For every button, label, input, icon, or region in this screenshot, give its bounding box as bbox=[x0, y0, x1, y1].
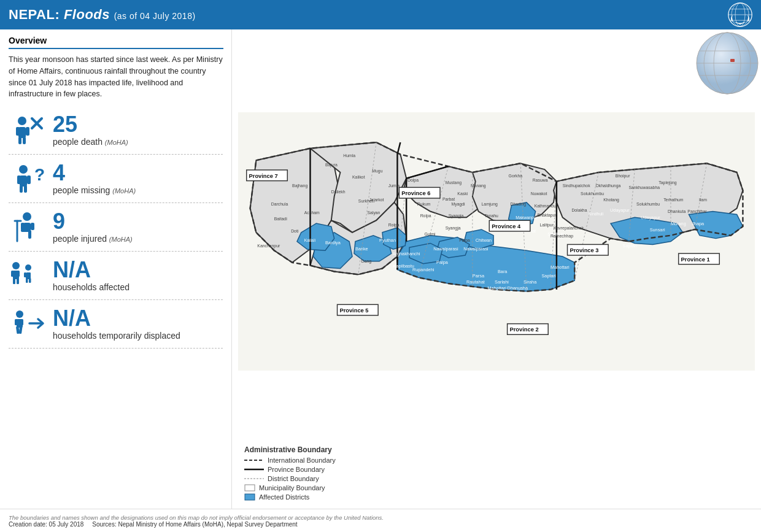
svg-text:Nuwakot: Nuwakot bbox=[531, 191, 547, 196]
svg-rect-38 bbox=[28, 272, 31, 277]
stat-icon-injured bbox=[9, 212, 47, 242]
legend-district-boundary: District Boundary bbox=[244, 475, 336, 482]
svg-text:Myagdi: Myagdi bbox=[452, 202, 466, 207]
svg-rect-10 bbox=[18, 137, 21, 144]
svg-text:Ramechhap: Ramechhap bbox=[550, 234, 573, 239]
svg-text:Nawalparasi: Nawalparasi bbox=[463, 246, 489, 252]
svg-text:Province 5: Province 5 bbox=[339, 307, 368, 314]
svg-text:Dhankuta: Dhankuta bbox=[668, 209, 686, 214]
svg-rect-34 bbox=[17, 278, 19, 284]
svg-text:Jhapa: Jhapa bbox=[692, 221, 705, 226]
svg-text:Province 3: Province 3 bbox=[570, 247, 598, 253]
svg-text:Chitwan: Chitwan bbox=[476, 237, 492, 243]
stat-source-injured: (MoHA) bbox=[109, 236, 133, 243]
legend-municipality-label: Municipality Boundary bbox=[259, 484, 325, 492]
svg-rect-17 bbox=[27, 175, 31, 184]
svg-text:Dang: Dang bbox=[361, 259, 372, 264]
svg-text:Palpa: Palpa bbox=[459, 238, 470, 243]
svg-text:Doti: Doti bbox=[291, 229, 299, 233]
stat-label-missing: people missing (MoHA) bbox=[53, 185, 136, 195]
svg-text:Dhanusha: Dhanusha bbox=[508, 285, 528, 291]
svg-text:Province 7: Province 7 bbox=[249, 173, 278, 179]
legend-affected-districts: Affected Districts bbox=[244, 493, 336, 501]
legend-province-label: Province Boundary bbox=[268, 466, 325, 473]
svg-text:Sarlahi: Sarlahi bbox=[495, 279, 509, 285]
svg-text:Mustang: Mustang bbox=[446, 180, 462, 185]
svg-text:Morang: Morang bbox=[671, 221, 686, 226]
svg-text:Ilam: Ilam bbox=[699, 198, 707, 202]
svg-text:Taplejung: Taplejung bbox=[659, 180, 676, 185]
svg-text:Province 4: Province 4 bbox=[492, 223, 521, 229]
legend-intl-label: International Boundary bbox=[268, 457, 336, 464]
sources-value: Nepal Ministry of Home Affairs (MoHA), N… bbox=[118, 521, 297, 528]
stat-number-injured: 9 bbox=[53, 210, 133, 233]
legend-affected-label: Affected Districts bbox=[259, 493, 309, 501]
svg-text:Parbat: Parbat bbox=[442, 197, 455, 201]
svg-rect-18 bbox=[20, 185, 23, 193]
svg-text:Humla: Humla bbox=[343, 153, 355, 158]
creation-date-value: 05 July 2018 bbox=[49, 521, 84, 528]
sources-label: Sources: bbox=[92, 521, 116, 528]
svg-point-29 bbox=[12, 262, 20, 269]
svg-text:Jumla: Jumla bbox=[388, 183, 400, 188]
svg-text:Kavrepalanchok: Kavrepalanchok bbox=[554, 226, 584, 231]
svg-rect-32 bbox=[17, 271, 20, 277]
nepal-map-svg: Darchula Bajhang Baitadi Doti Achham Kan… bbox=[238, 36, 755, 447]
svg-point-41 bbox=[16, 310, 23, 318]
left-panel: Overview This year monsoon has started s… bbox=[0, 29, 232, 509]
svg-text:Rupandehi: Rupandehi bbox=[412, 267, 435, 272]
svg-text:Pyuthan: Pyuthan bbox=[379, 237, 396, 243]
svg-text:Sindhuli: Sindhuli bbox=[589, 212, 604, 216]
svg-text:Kailali: Kailali bbox=[304, 238, 316, 242]
page-header: NEPAL: Floods (as of 04 July 2018) bbox=[0, 0, 761, 29]
svg-text:Kapilbastu: Kapilbastu bbox=[393, 263, 414, 269]
stat-content-households-affected: N/A households affected bbox=[53, 259, 129, 292]
svg-text:Udayapur: Udayapur bbox=[641, 215, 660, 220]
svg-text:Darchula: Darchula bbox=[271, 202, 288, 206]
svg-text:Bara: Bara bbox=[498, 269, 508, 274]
page-title: NEPAL: Floods (as of 04 July 2018) bbox=[9, 7, 196, 23]
title-date: (as of 04 July 2018) bbox=[114, 11, 196, 21]
title-floods: Floods bbox=[64, 7, 110, 22]
svg-text:Rolpa: Rolpa bbox=[420, 214, 431, 218]
svg-text:Kaski: Kaski bbox=[457, 191, 468, 196]
svg-text:Rautahat: Rautahat bbox=[466, 279, 485, 285]
stats-container: 25 people death (MoHA) ? 4 people missin… bbox=[9, 106, 223, 349]
svg-text:Rasuwa: Rasuwa bbox=[533, 178, 548, 182]
svg-text:Siraha: Siraha bbox=[523, 279, 537, 285]
stat-icon-households-affected bbox=[9, 260, 47, 291]
svg-rect-26 bbox=[28, 230, 31, 239]
svg-text:Arghakhanchi: Arghakhanchi bbox=[393, 251, 420, 256]
svg-rect-16 bbox=[17, 175, 21, 184]
footer-disclaimer: The boundaries and names shown and the d… bbox=[9, 514, 752, 521]
svg-text:Syangja: Syangja bbox=[449, 214, 464, 218]
svg-text:Rukum: Rukum bbox=[417, 202, 431, 206]
stat-row-missing: ? 4 people missing (MoHA) bbox=[9, 155, 223, 203]
svg-text:Parsa: Parsa bbox=[473, 273, 485, 279]
svg-text:Manang: Manang bbox=[471, 183, 486, 188]
svg-text:Province 1: Province 1 bbox=[681, 256, 710, 263]
svg-text:?: ? bbox=[34, 165, 45, 184]
stat-source-missing: (MoHA) bbox=[112, 187, 136, 195]
footer-credits: Creation date: 05 July 2018 Sources: Nep… bbox=[9, 521, 752, 528]
stat-icon-missing: ? bbox=[9, 163, 47, 194]
stat-content-missing: 4 people missing (MoHA) bbox=[53, 162, 136, 195]
svg-text:Kathmandu: Kathmandu bbox=[535, 204, 556, 208]
svg-rect-186 bbox=[245, 485, 255, 491]
svg-text:Tanahu: Tanahu bbox=[484, 214, 498, 218]
svg-point-14 bbox=[19, 165, 28, 174]
creation-date-label: Creation date: bbox=[9, 521, 47, 528]
stat-row-households-displaced: N/A households temporarily displaced bbox=[9, 300, 223, 349]
svg-rect-8 bbox=[16, 127, 20, 136]
svg-text:Lalitpur: Lalitpur bbox=[539, 223, 554, 228]
svg-text:Jajarkot: Jajarkot bbox=[369, 198, 384, 202]
svg-text:Gorkha: Gorkha bbox=[509, 174, 523, 178]
svg-text:Dhading: Dhading bbox=[511, 202, 527, 207]
svg-text:Sunsari: Sunsari bbox=[650, 227, 665, 233]
stat-row-deaths: 25 people death (MoHA) bbox=[9, 106, 223, 155]
svg-text:Gulmi: Gulmi bbox=[425, 232, 436, 236]
overview-text: This year monsoon has started since last… bbox=[9, 54, 223, 100]
svg-text:Okhaldhunga: Okhaldhunga bbox=[596, 183, 621, 188]
svg-text:Syangja: Syangja bbox=[446, 226, 461, 231]
stat-content-households-displaced: N/A households temporarily displaced bbox=[53, 307, 180, 341]
